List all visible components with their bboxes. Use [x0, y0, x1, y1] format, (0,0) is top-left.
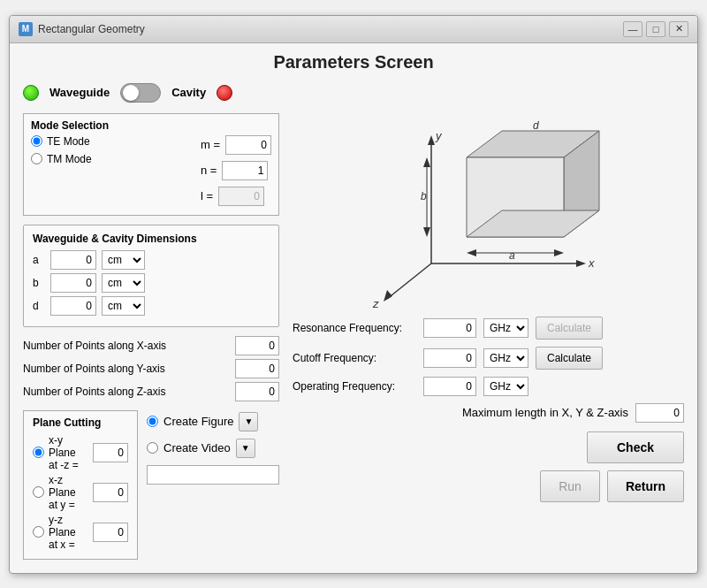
close-button[interactable]: ✕: [669, 21, 688, 37]
yz-plane-radio[interactable]: [33, 526, 44, 538]
bottom-left: Plane Cutting x-y Plane at -z = x-z Plan…: [23, 410, 279, 560]
a-label: a: [33, 254, 45, 266]
mode-selection-title: Mode Selection: [31, 119, 271, 132]
te-mode-option[interactable]: TE Mode: [31, 135, 92, 148]
b-label: b: [33, 277, 45, 289]
maximize-button[interactable]: □: [646, 21, 665, 37]
tm-mode-option[interactable]: TM Mode: [31, 153, 92, 165]
b-input[interactable]: [50, 273, 96, 293]
d-input[interactable]: [50, 296, 96, 316]
svg-text:z: z: [372, 297, 379, 308]
main-window: M Rectangular Geometry — □ ✕ Parameters …: [9, 15, 698, 574]
right-panel: y x z: [293, 113, 684, 560]
cavity-label: Cavity: [171, 86, 206, 99]
svg-marker-17: [423, 157, 430, 167]
toggle-knob: [123, 85, 139, 101]
operating-row: Operating Frequency: GHzMHzHz: [293, 377, 684, 396]
tm-mode-radio[interactable]: [31, 153, 42, 164]
xy-plane-input[interactable]: [93, 443, 128, 462]
resonance-calculate-button[interactable]: Calculate: [536, 317, 603, 340]
page-title: Parameters Screen: [23, 52, 684, 73]
mode-radios: TE Mode TM Mode: [31, 135, 92, 168]
window-title: Rectangular Geometry: [38, 23, 145, 35]
b-dimension-row: b cmmmminch: [33, 273, 270, 293]
create-video-row: Create Video ▼: [147, 439, 279, 458]
run-button[interactable]: Run: [540, 470, 600, 502]
operating-input[interactable]: [423, 377, 476, 396]
d-label: d: [33, 300, 45, 312]
b-unit-select[interactable]: cmmmminch: [102, 273, 145, 293]
check-button[interactable]: Check: [587, 431, 684, 463]
svg-marker-1: [428, 135, 435, 145]
progress-bar: [147, 465, 279, 485]
max-length-row: Maximum length in X, Y & Z-axis: [293, 403, 684, 423]
svg-marker-7: [384, 290, 392, 302]
a-input[interactable]: [50, 250, 96, 270]
svg-marker-4: [576, 260, 586, 267]
te-mode-radio[interactable]: [31, 135, 42, 147]
content-area: Parameters Screen Waveguide Cavity Mode …: [10, 43, 697, 573]
tm-mode-label: TM Mode: [47, 153, 92, 165]
3d-diagram: y x z: [361, 113, 617, 308]
cavity-indicator: [217, 85, 232, 101]
resonance-input[interactable]: [423, 318, 476, 338]
yz-plane-row: y-z Plane at x =: [33, 514, 128, 551]
yz-plane-input[interactable]: [93, 523, 128, 542]
resonance-label: Resonance Frequency:: [293, 322, 416, 334]
resonance-unit-select[interactable]: GHzMHzHz: [483, 318, 528, 338]
waveguide-cavity-toggle[interactable]: [120, 83, 161, 103]
create-video-label: Create Video: [163, 441, 231, 454]
l-input[interactable]: [218, 187, 264, 206]
xz-plane-input[interactable]: [93, 483, 128, 502]
z-points-label: Number of Points along Z-axis: [23, 386, 165, 398]
create-video-dropdown[interactable]: ▼: [236, 439, 255, 458]
dimensions-box: Waveguide & Cavity Dimensions a cmmmminc…: [23, 225, 279, 327]
create-figure-radio[interactable]: [147, 416, 158, 427]
operating-unit-select[interactable]: GHzMHzHz: [483, 377, 528, 396]
z-points-input[interactable]: [235, 382, 279, 401]
z-points-row: Number of Points along Z-axis: [23, 382, 279, 401]
dimensions-title: Waveguide & Cavity Dimensions: [33, 233, 270, 245]
svg-line-6: [387, 263, 431, 299]
create-figure-dropdown[interactable]: ▼: [239, 412, 258, 431]
mode-selection-box: Mode Selection TE Mode TM Mode: [23, 113, 279, 216]
minimize-button[interactable]: —: [623, 21, 642, 37]
cutoff-unit-select[interactable]: GHzMHzHz: [483, 348, 528, 368]
l-row: l =: [201, 187, 271, 206]
waveguide-label: Waveguide: [49, 86, 110, 99]
cutoff-label: Cutoff Frequency:: [293, 352, 416, 364]
a-unit-select[interactable]: cmmmminch: [102, 250, 145, 270]
svg-text:b: b: [421, 190, 427, 202]
plane-cutting-box: Plane Cutting x-y Plane at -z = x-z Plan…: [23, 410, 138, 560]
y-points-input[interactable]: [235, 359, 279, 378]
svg-text:y: y: [435, 129, 443, 142]
mode-toggle-row: Waveguide Cavity: [23, 83, 684, 103]
m-label: m =: [201, 138, 220, 151]
l-label: l =: [201, 189, 213, 202]
d-unit-select[interactable]: cmmmminch: [102, 296, 145, 316]
svg-text:d: d: [533, 119, 539, 132]
svg-marker-21: [554, 249, 564, 256]
xz-plane-label: x-z Plane at y =: [49, 474, 87, 511]
max-length-input[interactable]: [635, 403, 684, 423]
svg-text:x: x: [588, 256, 595, 270]
action-buttons: Check Run Return: [293, 431, 684, 502]
svg-marker-18: [423, 227, 430, 237]
xy-plane-row: x-y Plane at -z =: [33, 434, 128, 471]
cutoff-calculate-button[interactable]: Calculate: [536, 347, 603, 370]
x-points-input[interactable]: [235, 336, 279, 355]
xy-plane-radio[interactable]: [33, 447, 44, 458]
return-button[interactable]: Return: [607, 470, 684, 502]
window-icon: M: [19, 22, 33, 36]
create-video-radio[interactable]: [147, 442, 158, 454]
create-figure-row: Create Figure ▼: [147, 412, 279, 431]
m-input[interactable]: [225, 135, 271, 155]
points-section: Number of Points along X-axis Number of …: [23, 336, 279, 401]
n-input[interactable]: [222, 161, 268, 180]
xy-plane-label: x-y Plane at -z =: [49, 434, 87, 471]
svg-marker-20: [467, 249, 476, 256]
xz-plane-row: x-z Plane at y =: [33, 474, 128, 511]
xz-plane-radio[interactable]: [33, 486, 44, 498]
cutoff-input[interactable]: [423, 348, 476, 368]
window-controls: — □ ✕: [623, 21, 688, 37]
